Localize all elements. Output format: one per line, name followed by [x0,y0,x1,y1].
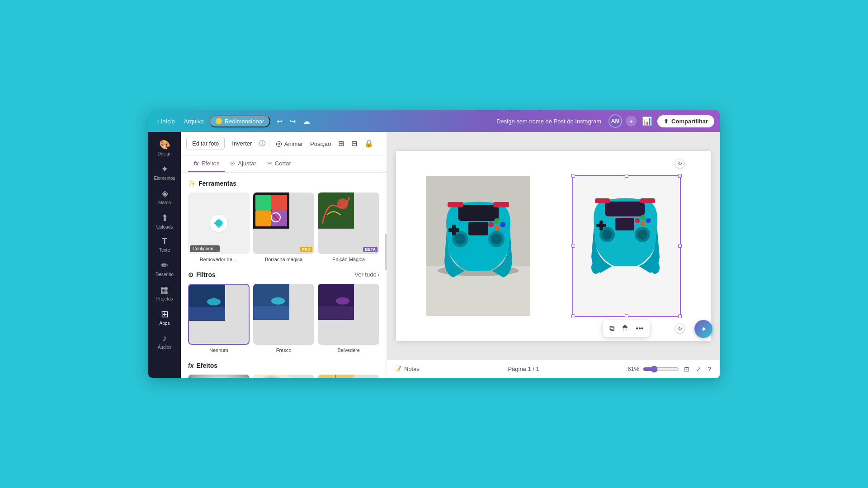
ferramentas-grid: Configurar... Removedor de ... [188,192,379,262]
filter-thumb-fresco [253,284,315,345]
svg-point-53 [494,225,500,231]
sel-handle-bm[interactable] [625,314,628,318]
zoom-slider[interactable] [643,366,679,373]
help-button[interactable]: ? [706,364,712,374]
user-avatar[interactable]: AM [609,114,622,128]
svg-rect-24 [318,284,354,320]
filter-belvedere[interactable]: Belvedere [318,284,379,353]
filtros-title: ⊙ Filtros [188,271,216,278]
effect-foco[interactable]: Foco automático [253,375,315,378]
svg-rect-64 [596,224,606,227]
separator [269,139,269,148]
redo-button[interactable]: ↪ [287,115,298,127]
sel-handle-br[interactable] [678,314,682,318]
photo-toolbar: Editar foto Inverter ⓘ ◎ Animar Posição … [181,132,387,155]
tool-borracha[interactable]: PRO Borracha mágica [253,192,315,262]
tools-content: ✨ Ferramentas Configurar. [181,173,387,378]
fit-page-button[interactable]: ⊡ [683,364,691,374]
svg-rect-71 [640,198,655,203]
sel-handle-ml[interactable] [571,244,575,248]
canvas-image-left[interactable] [426,176,530,316]
svg-point-62 [637,230,647,239]
svg-point-60 [602,230,612,239]
scroll-thumb [385,234,387,270]
notes-icon: 📝 [394,366,401,372]
design-icon: 🎨 [159,139,170,150]
rotate-handle-top[interactable]: ↻ [675,159,685,169]
effect-thumb-sombras [188,375,250,378]
more-button[interactable]: ••• [634,323,646,334]
svg-rect-49 [448,228,459,232]
sidebar-item-projetos[interactable]: ▦ Projetos [148,281,181,305]
sidebar-item-design[interactable]: 🎨 Design [148,136,181,160]
sel-handle-mr[interactable] [678,244,682,248]
efeitos-grid: Sombras [188,375,379,378]
svg-point-68 [640,221,645,226]
svg-rect-4 [255,195,271,211]
filter-nenhum[interactable]: Nenhum [188,284,250,353]
undo-button[interactable]: ↩ [274,115,285,127]
canvas-image-right[interactable]: ↻ ↻ [572,175,681,317]
sidebar-item-marca[interactable]: ◈ Marca [148,184,181,209]
audios-icon: ♪ [162,333,167,343]
canvas-scroll[interactable]: ↻ ↻ [387,132,720,360]
sidebar-item-apps[interactable]: ⊞ Apps [148,305,181,329]
ver-tudo-button[interactable]: Ver tudo › [354,271,379,278]
position-button[interactable]: Posição [307,137,334,150]
lock-button[interactable]: 🔒 [362,136,376,150]
svg-rect-69 [615,218,634,230]
redimensionar-button[interactable]: Redimensionar [209,115,270,127]
svg-point-10 [337,198,348,209]
svg-point-45 [455,234,466,244]
effect-desfoque[interactable]: Desfoque [318,375,379,378]
sel-handle-tr[interactable] [678,174,682,178]
projetos-icon: ▦ [160,284,169,295]
fx-icon: fx [193,160,199,167]
tool-thumb-borracha: PRO [253,192,315,254]
sidebar-item-texto[interactable]: T Texto [148,233,181,256]
effect-thumb-foco [253,375,315,378]
sel-handle-tm[interactable] [625,174,628,178]
sidebar-item-audios[interactable]: ♪ Áudios [148,329,181,353]
svg-point-73 [651,261,660,274]
copy-button[interactable]: ⧉ [608,323,616,334]
svg-rect-56 [493,202,509,207]
tab-efeitos[interactable]: fx Efeitos [188,155,225,172]
sidebar-item-uploads[interactable]: ⬆ Uploads [148,209,181,233]
sel-handle-tl[interactable] [571,174,575,178]
info-button[interactable]: ⓘ [259,140,265,148]
inicio-button[interactable]: ‹ Início [154,116,179,127]
fullscreen-button[interactable]: ⤢ [694,364,703,374]
sidebar-item-elementos[interactable]: ✦ Elementos [148,160,181,184]
filtros-grid: Nenhum Fresco [188,284,379,353]
tool-removedor[interactable]: Configurar... Removedor de ... [188,192,250,262]
invert-button[interactable]: Inverter [226,137,257,150]
filter-fresco[interactable]: Fresco [253,284,315,353]
svg-point-47 [491,234,502,244]
main-area: 🎨 Design ✦ Elementos ◈ Marca ⬆ Uploads T… [148,132,720,378]
redimensionar-dot [216,118,222,124]
lock-icon: 🔒 [364,140,373,147]
delete-button[interactable]: 🗑 [620,323,631,334]
checkerboard-button[interactable]: ⊞ [335,136,347,150]
tool-edicao[interactable]: BETA Edição Mágica [318,192,379,262]
cloud-save-button[interactable]: ☁ [300,115,313,127]
filter-icon-button[interactable]: ⊟ [349,136,360,150]
notes-button[interactable]: 📝 Notas [394,366,420,372]
share-button[interactable]: ⬆ Compartilhar [657,115,714,127]
effect-sombras[interactable]: Sombras [188,375,250,378]
ai-magic-button[interactable]: ✦ [694,320,712,338]
sidebar-item-desenho[interactable]: ✏ Desenho [148,256,181,281]
badge-pro: PRO [300,247,313,252]
analytics-icon[interactable]: 📊 [642,116,652,126]
arquivo-button[interactable]: Arquivo [180,116,208,127]
sel-handle-bl[interactable] [571,314,575,318]
animate-button[interactable]: ◎ Animar [273,136,306,150]
tab-ajustar[interactable]: ⊙ Ajustar [225,155,261,172]
tab-cortar[interactable]: ✂ Cortar [262,155,297,172]
add-collaborator-button[interactable]: + [626,116,637,127]
efeitos-fx-icon: fx [188,362,193,369]
desenho-icon: ✏ [161,260,169,271]
edit-photo-button[interactable]: Editar foto [186,137,225,150]
rotate-handle-bottom[interactable]: ↻ [675,324,685,333]
